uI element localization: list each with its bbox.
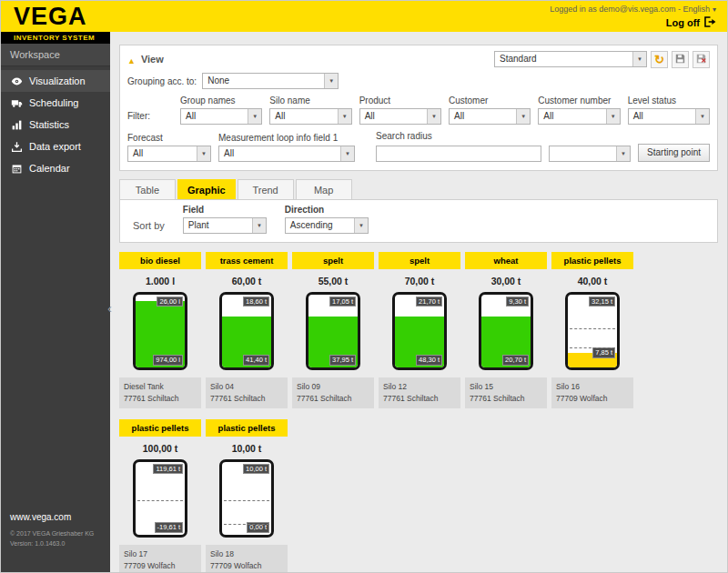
silo-name: Silo 17 [124, 548, 197, 560]
silo-tank-graphic: 18,60 t 41,40 t [219, 292, 274, 370]
silo-tank-graphic: 9,30 t 20,70 t [479, 292, 533, 370]
sidebar-item-calendar[interactable]: Calendar [1, 157, 110, 179]
silo-card-footer: Silo 09 77761 Schiltach [292, 377, 374, 408]
vega-website-link[interactable]: www.vega.com [10, 512, 94, 522]
silo-card-diesel-tank[interactable]: bio diesel 1.000 l 26,00 l 974,00 l Dies… [119, 252, 201, 408]
silo-card-silo-04[interactable]: trass cement 60,00 t 18,60 t 41,40 t Sil… [206, 252, 288, 408]
export-icon [10, 140, 23, 153]
sort-field-value: Plant [188, 220, 209, 230]
tank-bottom-badge: -19,61 t [155, 522, 183, 533]
tab-label: Table [136, 185, 159, 196]
sidebar-item-visualization[interactable]: Visualization [1, 70, 110, 92]
tab-graphic[interactable]: Graphic [177, 179, 236, 199]
silo-location: 77709 Wolfach [556, 393, 629, 405]
filter-value: All [224, 148, 234, 158]
filter-select-customer[interactable]: All [449, 108, 531, 125]
silo-card-footer: Silo 16 77709 Wolfach [551, 377, 633, 408]
collapse-arrow-icon[interactable] [127, 51, 136, 67]
tank-top-badge: 17,05 t [329, 297, 356, 307]
filter-select-measurement-loop-info-field-1[interactable]: All [218, 146, 355, 162]
silo-card-footer: Silo 04 77761 Schiltach [206, 377, 288, 408]
silo-tank-graphic: 32,15 t 7,85 t [565, 292, 620, 370]
filter-select-level-status[interactable]: All [628, 108, 710, 125]
delete-view-button[interactable] [693, 51, 710, 68]
tab-trend[interactable]: Trend [238, 179, 294, 199]
refresh-view-button[interactable]: ↻ [651, 51, 668, 68]
grouping-value: None [207, 75, 229, 85]
silo-name: Silo 16 [556, 381, 629, 393]
silo-card-silo-12[interactable]: spelt 70,00 t 21,70 t 48,30 t Silo 12 77… [379, 252, 460, 408]
silo-name: Silo 09 [297, 381, 369, 393]
silo-tank-graphic: 21,70 t 48,30 t [392, 292, 447, 370]
silo-product-label: plastic pellets [206, 419, 288, 437]
tank-top-badge: 9,30 t [506, 297, 529, 307]
tank-bottom-badge: 48,30 t [416, 355, 442, 366]
search-radius-field: Search radius [376, 131, 541, 162]
silo-card-footer: Diesel Tank 77761 Schiltach [119, 377, 201, 408]
threshold-dash-line [137, 500, 183, 501]
sidebar-item-statistics[interactable]: Statistics [1, 114, 110, 136]
silo-tank-graphic: 10,00 t 0,00 t [219, 459, 274, 538]
filter-select-product[interactable]: All [359, 108, 441, 125]
calendar-icon [10, 162, 23, 175]
tank-top-badge: 18,60 t [243, 297, 269, 307]
sidebar-item-data-export[interactable]: Data export [1, 136, 110, 157]
filter-field-label: Measurement loop info field 1 [218, 133, 355, 143]
tab-map[interactable]: Map [296, 179, 352, 199]
tab-table[interactable]: Table [119, 179, 176, 199]
silo-card-silo-17[interactable]: plastic pellets 100,00 t 119,61 t -19,61… [119, 419, 201, 572]
silo-capacity-label: 1.000 l [119, 269, 201, 292]
logoff-label: Log off [666, 17, 700, 28]
sidebar-collapse-handle[interactable]: ‹ [107, 302, 112, 315]
silo-location: 77709 Wolfach [210, 560, 283, 572]
search-radius-unit-select[interactable] [549, 146, 631, 162]
silo-card-silo-09[interactable]: spelt 55,00 t 17,05 t 37,95 t Silo 09 77… [292, 252, 374, 408]
sidebar: Workspace Visualization Scheduling Stati… [1, 44, 110, 572]
grouping-row: Grouping acc. to: None [127, 73, 710, 89]
sort-field-select[interactable]: Plant [183, 217, 267, 234]
silo-product-label: spelt [292, 252, 374, 269]
filter-field: Group names All [180, 96, 262, 125]
filter-select-forecast[interactable]: All [127, 146, 211, 162]
search-radius-input[interactable] [376, 146, 541, 162]
silo-card-silo-18[interactable]: plastic pellets 10,00 t 10,00 t 0,00 t S… [206, 419, 288, 572]
copyright-line: © 2017 VEGA Grieshaber KG [10, 529, 94, 539]
filter-select-silo-name[interactable]: All [269, 108, 351, 125]
tank-bottom-badge: 7,85 t [592, 347, 615, 358]
sort-direction-label: Direction [285, 205, 369, 215]
threshold-dash-line [224, 500, 269, 501]
silo-capacity-label: 10,00 t [206, 437, 288, 459]
grouping-select[interactable]: None [202, 73, 339, 89]
filter-field-label: Forecast [127, 133, 211, 143]
filter-value: All [186, 111, 196, 121]
view-preset-select[interactable]: Standard [494, 51, 647, 67]
silo-card-silo-15[interactable]: wheat 30,00 t 9,30 t 20,70 t Silo 15 777… [465, 252, 547, 408]
silo-name: Silo 04 [210, 381, 283, 393]
filter-select-customer-number[interactable]: All [538, 108, 620, 125]
filter-select-group-names[interactable]: All [180, 108, 262, 125]
filter-value: All [633, 111, 643, 121]
account-menu[interactable]: Logged in as demo@vis.vega.com - English… [550, 5, 716, 14]
view-panel-title: View [141, 54, 164, 65]
silo-capacity-label: 55,00 t [292, 269, 374, 292]
tank-top-badge: 26,00 l [157, 297, 183, 307]
silo-name: Silo 12 [383, 381, 456, 393]
silo-card-footer: Silo 12 77761 Schiltach [379, 377, 460, 408]
silo-product-label: trass cement [206, 252, 288, 269]
sidebar-item-scheduling[interactable]: Scheduling [1, 92, 110, 114]
logoff-button[interactable]: Log off [550, 16, 716, 29]
filter-field-label: Customer [449, 96, 531, 106]
silo-name: Silo 15 [470, 381, 542, 393]
sort-direction-select[interactable]: Ascending [285, 217, 369, 234]
silo-card-silo-16[interactable]: plastic pellets 40,00 t 32,15 t 7,85 t S… [551, 252, 633, 408]
silo-capacity-label: 30,00 t [465, 269, 547, 292]
sort-panel: Sort by Field Plant Direction Ascending [119, 199, 718, 243]
starting-point-button[interactable]: Starting point [638, 144, 710, 162]
tank-top-badge: 10,00 t [243, 464, 269, 475]
filter-field-label: Group names [180, 96, 262, 106]
filter-field: Customer number All [538, 96, 620, 125]
filter-value: All [454, 111, 464, 121]
filter-field-label: Product [359, 96, 441, 106]
save-view-button[interactable] [672, 51, 689, 68]
filter-field: Silo name All [269, 96, 351, 125]
